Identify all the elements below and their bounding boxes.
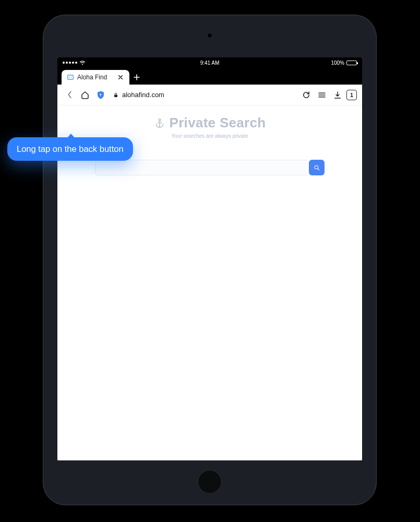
search-icon <box>314 164 320 171</box>
battery-percent: 100% <box>331 60 344 66</box>
close-tab-icon[interactable] <box>117 74 124 81</box>
tab-strip: Aloha Find <box>57 68 362 85</box>
home-button[interactable] <box>198 470 222 494</box>
svg-rect-0 <box>68 75 74 79</box>
tabs-count-value: 1 <box>350 92 353 98</box>
front-camera <box>208 33 212 38</box>
anchor-icon <box>154 117 165 129</box>
battery-icon <box>346 61 357 65</box>
menu-button[interactable] <box>315 88 329 102</box>
shield-vpn-icon[interactable] <box>94 88 107 102</box>
wifi-icon <box>79 61 86 65</box>
status-bar: 9:41 AM 100% <box>57 57 362 68</box>
svg-point-2 <box>71 77 72 78</box>
search-button[interactable] <box>309 160 325 175</box>
tabs-count-button[interactable]: 1 <box>346 90 357 100</box>
page-content: Private Search Your searches are always … <box>57 115 362 460</box>
hint-tooltip: Long tap on the back button <box>7 137 133 161</box>
svg-point-1 <box>69 77 70 78</box>
svg-rect-3 <box>114 94 117 97</box>
search-input[interactable] <box>95 160 308 175</box>
home-icon-button[interactable] <box>78 88 92 102</box>
hint-text: Long tap on the back button <box>17 144 124 153</box>
tablet-frame: 9:41 AM 100% Aloha Find <box>43 15 377 505</box>
lock-icon <box>113 92 119 98</box>
browser-toolbar: alohafind.com 1 <box>57 85 362 105</box>
tab-favicon-icon <box>67 74 74 81</box>
signal-dots-icon <box>63 62 77 64</box>
page-title: Private Search <box>170 115 266 131</box>
svg-point-5 <box>315 165 318 169</box>
downloads-button[interactable] <box>331 88 344 102</box>
status-time: 9:41 AM <box>200 60 220 66</box>
back-button[interactable] <box>63 88 76 102</box>
address-bar[interactable]: alohafind.com <box>110 87 297 103</box>
browser-tab[interactable]: Aloha Find <box>62 70 129 85</box>
tab-title: Aloha Find <box>77 74 107 81</box>
url-text: alohafind.com <box>122 91 164 99</box>
reload-button[interactable] <box>299 88 313 102</box>
new-tab-button[interactable] <box>129 70 144 85</box>
screen: 9:41 AM 100% Aloha Find <box>57 57 362 460</box>
